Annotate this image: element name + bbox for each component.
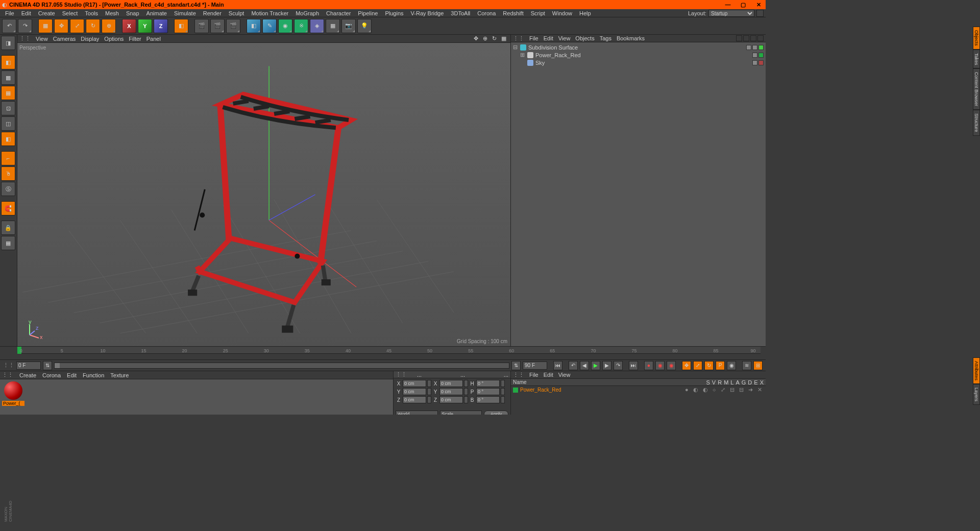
menu-snap[interactable]: Snap: [123, 10, 142, 16]
tag-icon[interactable]: [758, 45, 764, 50]
tree-label[interactable]: Power_Rack_Red: [535, 52, 741, 58]
locked-workplane[interactable]: 🔒: [1, 221, 15, 235]
axis-gizmo[interactable]: y x z: [23, 321, 44, 341]
obj-menu-edit[interactable]: Edit: [544, 35, 553, 41]
obj-menu-file[interactable]: File: [529, 35, 538, 41]
autokey-button[interactable]: ◉: [655, 361, 665, 370]
tree-label[interactable]: Sky: [535, 60, 741, 66]
rot-h-field[interactable]: 0 °: [476, 380, 500, 387]
vp-grip-icon[interactable]: ⋮⋮: [19, 35, 31, 42]
coord-scale-select[interactable]: Scale: [440, 411, 482, 415]
attr-menu-file[interactable]: File: [529, 372, 538, 378]
prev-frame-button[interactable]: ◀: [580, 361, 589, 370]
menu-3dtoall[interactable]: 3DToAll: [448, 10, 473, 16]
frame-spinner[interactable]: ⇅: [43, 361, 52, 370]
make-editable[interactable]: ◨: [1, 36, 15, 50]
material-swatch[interactable]: Power_(: [2, 381, 24, 406]
menu-tools[interactable]: Tools: [82, 10, 101, 16]
frame-start-field[interactable]: 0 F: [16, 361, 41, 370]
coord-apply-button[interactable]: Apply: [484, 411, 508, 415]
move-tool[interactable]: ✥: [54, 19, 68, 33]
coord-world-select[interactable]: World: [396, 411, 438, 415]
vp-menu-display[interactable]: Display: [81, 36, 99, 42]
menu-animate[interactable]: Animate: [143, 10, 170, 16]
key-pos-button[interactable]: ✥: [682, 361, 691, 370]
attr-col-g[interactable]: G: [742, 379, 746, 385]
attr-col-e[interactable]: E: [754, 379, 757, 385]
coord-tab-rot[interactable]: ...: [504, 372, 508, 378]
menu-plugins[interactable]: Plugins: [382, 10, 406, 16]
coord-tab-pos[interactable]: ...: [417, 372, 422, 378]
spinner[interactable]: [501, 396, 505, 403]
mat-menu-function[interactable]: Function: [83, 372, 104, 378]
range-slider[interactable]: [54, 363, 509, 369]
vp-menu-filter[interactable]: Filter: [129, 36, 141, 42]
menu-simulate[interactable]: Simulate: [171, 10, 199, 16]
planar-workplane[interactable]: ▦: [1, 236, 15, 250]
record-button[interactable]: ●: [644, 361, 653, 370]
deformer-tool[interactable]: ◈: [310, 19, 324, 33]
texture-mode[interactable]: ▩: [1, 70, 15, 85]
spinner[interactable]: [464, 380, 468, 387]
coord-tab-size[interactable]: ...: [460, 372, 465, 378]
obj-menu-view[interactable]: View: [558, 35, 571, 41]
size-z-field[interactable]: 0 cm: [439, 396, 463, 403]
axis-y-toggle[interactable]: Y: [138, 19, 152, 33]
menu-mesh[interactable]: Mesh: [102, 10, 122, 16]
spinner[interactable]: [427, 396, 431, 403]
obj-search-icon[interactable]: [736, 35, 742, 41]
menu-corona[interactable]: Corona: [474, 10, 499, 16]
vp-menu-options[interactable]: Options: [104, 36, 124, 42]
menu-pipeline[interactable]: Pipeline: [355, 10, 381, 16]
dopesheet-button[interactable]: ⊞: [753, 361, 763, 370]
rot-p-field[interactable]: 0 °: [476, 388, 500, 395]
array-tool[interactable]: ※: [294, 19, 308, 33]
tag-icon[interactable]: [752, 53, 757, 58]
spinner[interactable]: [427, 380, 431, 387]
obj-menu-tags[interactable]: Tags: [600, 35, 611, 41]
size-y-field[interactable]: 0 cm: [439, 388, 463, 395]
mat-menu-edit[interactable]: Edit: [67, 372, 77, 378]
tree-row[interactable]: Sky: [511, 59, 766, 66]
obj-grip-icon[interactable]: ⋮⋮: [513, 35, 524, 42]
attr-col-a[interactable]: A: [736, 379, 739, 385]
axis-z-toggle[interactable]: Z: [154, 19, 168, 33]
spinner[interactable]: [464, 388, 468, 395]
pos-z-field[interactable]: 0 cm: [403, 396, 426, 403]
maximize-button[interactable]: ▢: [738, 0, 748, 9]
mat-menu-texture[interactable]: Texture: [110, 372, 129, 378]
tree-row[interactable]: ⊟ Subdivision Surface: [511, 43, 766, 51]
pen-tool[interactable]: ✎: [262, 19, 277, 33]
attr-col-l[interactable]: L: [730, 379, 733, 385]
vp-pan-icon[interactable]: ✥: [474, 35, 481, 42]
attr-col-d[interactable]: D: [748, 379, 752, 385]
prev-key-button[interactable]: ↶: [569, 361, 578, 370]
attr-grip-icon[interactable]: ⋮⋮: [513, 372, 524, 378]
menu-mograph[interactable]: MoGraph: [292, 10, 322, 16]
key-rot-button[interactable]: ↻: [704, 361, 714, 370]
attr-col-m[interactable]: M: [724, 379, 728, 385]
environment-tool[interactable]: ▦: [326, 19, 340, 33]
light-tool[interactable]: 💡: [357, 19, 372, 33]
select-tool[interactable]: ▦: [38, 19, 53, 33]
vp-layout-icon[interactable]: ▦: [501, 35, 508, 42]
obj-filter-icon[interactable]: [750, 35, 756, 41]
menu-script[interactable]: Script: [528, 10, 548, 16]
scale-tool[interactable]: ⤢: [70, 19, 84, 33]
axis-tool[interactable]: ⌐: [1, 151, 15, 165]
mat-grip-icon[interactable]: ⋮⋮: [2, 372, 13, 378]
pb-grip-icon[interactable]: ⋮⋮: [3, 362, 14, 369]
render-view[interactable]: 🎬: [194, 19, 209, 33]
tree-label[interactable]: Subdivision Surface: [528, 44, 741, 51]
model-mode[interactable]: ◧: [1, 55, 15, 69]
tag-icon[interactable]: [746, 45, 751, 50]
menu-help[interactable]: Help: [576, 10, 594, 16]
goto-start-button[interactable]: ⏮: [553, 361, 562, 370]
vp-menu-cameras[interactable]: Cameras: [53, 36, 76, 42]
cube-primitive[interactable]: ◧: [247, 19, 261, 33]
menu-select[interactable]: Select: [59, 10, 81, 16]
vp-menu-panel[interactable]: Panel: [146, 36, 161, 42]
rot-b-field[interactable]: 0 °: [476, 396, 500, 403]
key-param-button[interactable]: P: [716, 361, 725, 370]
menu-window[interactable]: Window: [549, 10, 575, 16]
